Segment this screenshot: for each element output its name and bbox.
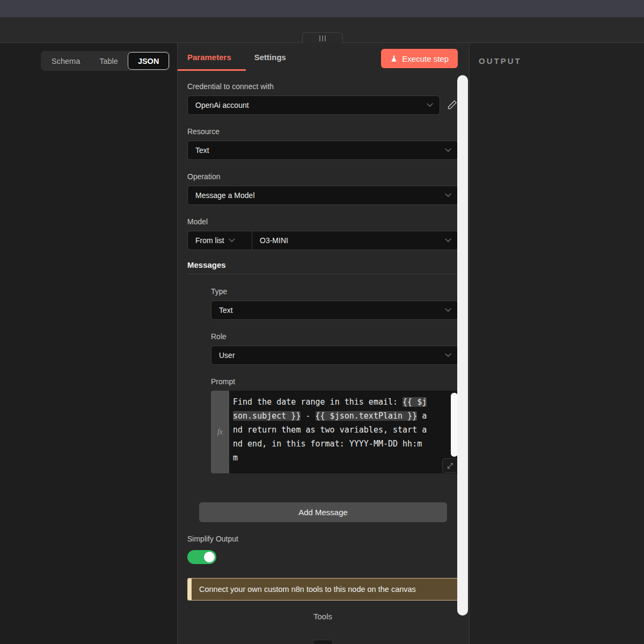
add-message-button[interactable]: Add Message [199,502,447,522]
window-top-bar [0,0,644,17]
parameters-form: Credential to connect with OpenAi accoun… [178,72,469,621]
pencil-icon [447,99,458,110]
view-mode-switcher: Schema Table JSON [41,51,170,71]
resource-label: Resource [187,127,458,136]
tools-section-label: Tools [187,612,458,621]
model-mode-select[interactable]: From list [188,231,252,250]
type-value: Text [219,306,446,314]
type-select[interactable]: Text [211,301,458,320]
execute-step-label: Execute step [402,54,449,63]
role-value: User [219,351,446,360]
panel-drag-handle[interactable] [302,32,343,43]
view-tab-json[interactable]: JSON [128,52,170,70]
node-settings-header: Parameters Settings Execute step [178,43,469,72]
model-select[interactable]: O3-MINI [252,231,458,250]
chevron-down-icon [445,191,451,197]
parameters-scrollbar-thumb[interactable] [457,75,468,616]
notice-text: Connect your own custom n8n tools to thi… [192,579,423,600]
tab-parameters[interactable]: Parameters [187,53,231,62]
model-field: From list O3-MINI [187,231,458,250]
role-label: Role [211,332,458,341]
view-tab-table[interactable]: Table [90,52,128,70]
model-value: O3-MINI [260,236,446,245]
simplify-output-toggle[interactable] [187,550,216,564]
expand-editor-button[interactable]: ⤢ [442,458,458,473]
type-label: Type [211,287,458,296]
tools-connector-stub[interactable] [313,640,333,644]
credential-label: Credential to connect with [187,82,458,91]
model-label: Model [187,217,458,226]
prompt-label: Prompt [211,377,458,386]
expand-icon: ⤢ [447,462,452,470]
chevron-down-icon [445,306,451,312]
simplify-output-label: Simplify Output [187,535,458,543]
input-panel: Schema Table JSON [0,43,178,644]
resource-select[interactable]: Text [187,141,458,160]
view-tab-schema[interactable]: Schema [42,52,90,70]
operation-select[interactable]: Message a Model [187,186,458,205]
output-panel: OUTPUT [469,43,644,644]
output-panel-title: OUTPUT [479,56,644,65]
role-select[interactable]: User [211,346,458,365]
tools-notice-callout: Connect your own custom n8n tools to thi… [187,578,458,601]
drag-handle-icon [322,35,323,41]
prompt-editor-content[interactable]: Find the date range in this email: {{ $j… [229,391,458,473]
active-tab-underline [178,69,246,71]
execute-step-button[interactable]: Execute step [381,49,458,68]
chevron-down-icon [427,101,433,107]
notice-accent-bar [188,579,192,600]
prompt-editor: fx Find the date range in this email: {{… [211,391,458,473]
chevron-down-icon [445,146,451,152]
operation-value: Message a Model [195,191,446,200]
section-divider [187,274,458,274]
expression-fx-badge: fx [211,391,229,473]
drag-handle-icon [325,35,326,41]
resource-value: Text [195,146,446,155]
drag-handle-icon [319,35,320,41]
operation-label: Operation [187,172,458,181]
toggle-knob [204,552,215,562]
edit-credential-button[interactable] [447,99,458,111]
chevron-down-icon [229,236,235,242]
flask-icon [390,55,398,63]
credential-value: OpenAi account [195,101,428,109]
chevron-down-icon [445,236,451,242]
messages-heading: Messages [187,260,458,269]
model-mode-value: From list [195,236,224,245]
chevron-down-icon [445,351,451,357]
tab-settings[interactable]: Settings [254,53,286,62]
node-settings-panel: Parameters Settings Execute step Credent… [178,43,469,644]
credential-select[interactable]: OpenAi account [187,96,440,115]
